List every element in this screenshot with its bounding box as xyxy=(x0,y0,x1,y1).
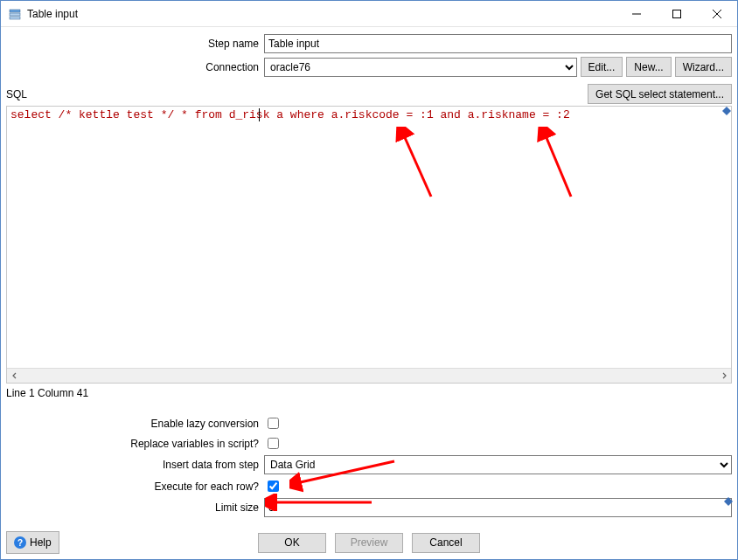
preview-button[interactable]: Preview xyxy=(335,533,403,553)
footer: ? Help OK Preview Cancel xyxy=(6,531,732,554)
editor-status: Line 1 Column 41 xyxy=(6,387,732,399)
row-insert-step: Insert data from step Data Grid xyxy=(6,455,732,474)
svg-rect-2 xyxy=(10,17,20,19)
insert-step-label: Insert data from step xyxy=(6,459,264,471)
ok-button[interactable]: OK xyxy=(258,533,326,553)
app-icon xyxy=(8,7,22,21)
minimize-button[interactable] xyxy=(616,1,657,27)
dialog-body: Step name Connection oracle76 Edit... Ne… xyxy=(1,27,737,559)
dialog-window: Table input Step name Connection oracle7… xyxy=(0,0,738,560)
close-button[interactable] xyxy=(697,1,737,27)
text-caret xyxy=(259,108,260,121)
row-step-name: Step name xyxy=(6,34,732,53)
step-name-input[interactable] xyxy=(264,34,732,53)
cancel-button[interactable]: Cancel xyxy=(412,533,480,553)
connection-label: Connection xyxy=(6,61,264,73)
connection-select[interactable]: oracle76 xyxy=(264,58,577,77)
scroll-left-icon[interactable] xyxy=(7,369,22,384)
replace-checkbox[interactable] xyxy=(268,438,279,449)
sql-code-text[interactable]: select /* kettle test */ * from d_risk a… xyxy=(7,107,731,368)
row-each-row: Execute for each row? xyxy=(6,478,732,494)
row-connection: Connection oracle76 Edit... New... Wizar… xyxy=(6,57,732,77)
wizard-button[interactable]: Wizard... xyxy=(675,57,732,77)
each-row-label: Execute for each row? xyxy=(6,480,264,493)
maximize-button[interactable] xyxy=(657,1,697,27)
new-button[interactable]: New... xyxy=(626,57,671,77)
row-replace: Replace variables in script? xyxy=(6,435,732,452)
window-title: Table input xyxy=(27,8,78,20)
sql-code-content: select /* kettle test */ * from d_risk a… xyxy=(10,108,570,121)
insert-step-select[interactable]: Data Grid xyxy=(264,455,732,474)
svg-rect-0 xyxy=(10,10,20,12)
scroll-right-icon[interactable] xyxy=(716,369,731,384)
lazy-label: Enable lazy conversion xyxy=(6,418,264,430)
svg-rect-1 xyxy=(10,13,20,16)
titlebar: Table input xyxy=(1,1,737,27)
limit-input[interactable] xyxy=(264,498,732,517)
edit-button[interactable]: Edit... xyxy=(581,57,623,77)
sql-editor[interactable]: select /* kettle test */ * from d_risk a… xyxy=(6,106,732,384)
each-row-checkbox[interactable] xyxy=(268,480,279,492)
svg-marker-7 xyxy=(722,107,731,115)
replace-label: Replace variables in script? xyxy=(6,438,264,450)
step-name-label: Step name xyxy=(6,38,264,50)
row-limit: Limit size xyxy=(6,498,732,517)
get-sql-button[interactable]: Get SQL select statement... xyxy=(588,84,732,104)
lazy-checkbox[interactable] xyxy=(268,418,279,429)
sql-label: SQL xyxy=(6,88,27,100)
row-lazy: Enable lazy conversion xyxy=(6,415,732,432)
row-sql-header: SQL Get SQL select statement... xyxy=(6,84,732,104)
variable-diamond-icon xyxy=(722,107,731,115)
footer-center-buttons: OK Preview Cancel xyxy=(6,533,732,553)
svg-rect-4 xyxy=(673,10,681,17)
limit-label: Limit size xyxy=(6,501,264,514)
horizontal-scrollbar[interactable] xyxy=(7,368,731,383)
options-area: Enable lazy conversion Replace variables… xyxy=(6,411,732,517)
